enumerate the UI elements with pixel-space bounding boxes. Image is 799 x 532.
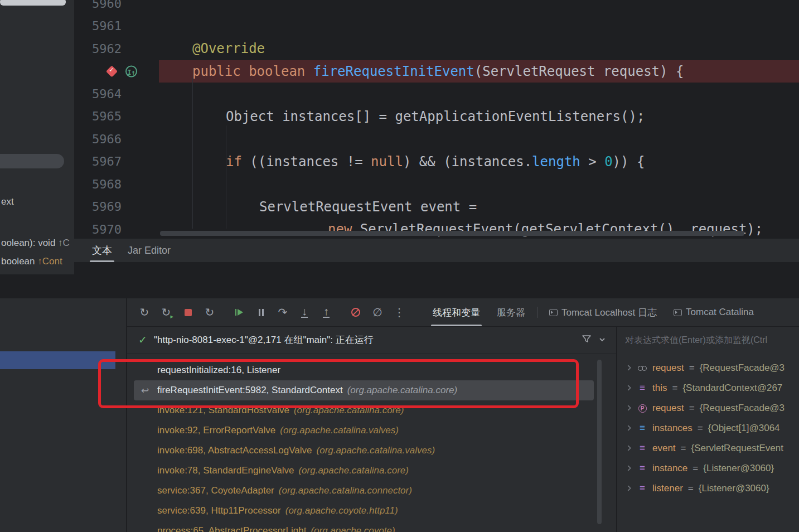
variable-event[interactable]: ≡event={ServletRequestEvent [617,438,799,458]
implements-marker-icon[interactable]: I↑ [125,65,137,77]
line-number[interactable]: 5965 [74,109,159,123]
stack-frame[interactable]: requestInitialized:16, Listener [134,360,594,380]
line-number[interactable]: 5970 [74,223,159,236]
code-line-5969[interactable]: 5969ServletRequestEvent event = [74,196,799,219]
restart-button[interactable]: ↻ [201,304,218,321]
frame-package: (org.apache.catalina.core) [347,385,458,396]
frames-panel: requestInitialized:16, Listener↩fireRequ… [127,353,616,532]
variable-name: event [652,443,676,454]
debug-tab-label: 线程和变量 [433,306,480,319]
code-line-5960[interactable]: 5960 [74,0,799,15]
ide-window: 596059615962@Override✓I↑public boolean f… [0,0,799,532]
stack-frame[interactable]: invoke:121, StandardHostValve(org.apache… [134,400,594,420]
code-text: @Override [159,37,799,60]
stack-frame[interactable]: invoke:78, StandardEngineValve(org.apach… [134,461,594,481]
stack-frame[interactable]: invoke:698, AbstractAccessLogValve(org.a… [134,441,594,461]
debug-tab-label: Tomcat Catalina [686,307,754,318]
mute-breakpoints-button[interactable] [347,304,364,321]
variable-icon: ≡ [637,483,647,494]
line-number[interactable]: 5967 [74,154,159,168]
equals-sign: = [698,423,703,434]
code-line-5968[interactable]: 5968 [74,173,799,196]
expand-chevron-icon[interactable] [626,483,632,494]
expand-chevron-icon[interactable] [626,443,632,454]
stack-frame[interactable]: service:367, CoyoteAdapter(org.apache.ca… [134,481,594,501]
step-over-button[interactable]: ↷ [274,304,291,321]
structure-item[interactable]: ext [1,196,14,207]
debug-tab-1[interactable]: 线程和变量 [424,298,488,326]
structure-item[interactable]: oolean): void ↑C [1,238,70,249]
expand-chevron-icon[interactable] [626,423,632,434]
variable-listener[interactable]: ≡listener={Listener@3060} [617,478,799,499]
step-into-button[interactable]: ↓ [296,304,313,321]
expand-chevron-icon[interactable] [626,383,632,394]
editor-tab-bar: 文本 Jar Editor [74,239,799,262]
line-number[interactable]: 5960 [74,0,159,11]
debug-tab-2[interactable]: 服务器 [488,298,534,326]
debug-tab-4[interactable]: Tomcat Catalina [665,298,762,326]
rerun-debug-button[interactable]: ↻▸ [158,304,175,321]
variable-value: {Listener@3060} [703,463,774,474]
thread-status-row[interactable]: ✓ "http-nio-8081-exec-1"@2,171 在组"main":… [127,326,616,353]
breakpoint-icon[interactable]: ✓ [106,65,118,77]
expand-chevron-icon[interactable] [626,463,632,474]
line-number[interactable]: 5961 [74,19,159,33]
chevron-down-icon[interactable] [598,335,606,345]
code-line-5966[interactable]: 5966 [74,128,799,151]
line-number[interactable]: 5968 [74,177,159,191]
tab-jar-editor[interactable]: Jar Editor [120,239,178,262]
stack-frame[interactable]: process:65, AbstractProcessorLight(org.a… [134,521,594,532]
debug-tab-3[interactable]: Tomcat Localhost 日志 [541,298,665,326]
console-icon [549,309,558,316]
left-panel-scrollbar[interactable] [0,0,66,6]
code-line-5961[interactable]: 5961 [74,15,799,38]
frame-location: invoke:78, StandardEngineValve [157,465,294,476]
stack-frame[interactable]: service:639, Http11Processor(org.apache.… [134,501,594,521]
variable-this[interactable]: ≡this={StandardContext@267 [617,378,799,398]
evaluate-expression-hint[interactable]: 对表达式求值(Enter)或添加监视(Ctrl [625,335,799,346]
line-number[interactable]: 5962 [74,42,159,56]
code-text [159,0,799,15]
code-line-5964[interactable]: 5964 [74,83,799,105]
ignore-breakpoints-button[interactable]: ∅ [369,304,386,321]
code-line-5962[interactable]: 5962@Override [74,37,799,60]
variable-request[interactable]: Prequest={RequestFacade@3 [617,398,799,418]
variable-request[interactable]: request={RequestFacade@3 [617,358,799,378]
expand-chevron-icon[interactable] [626,362,632,374]
more-options-button[interactable]: ⋮ [391,304,408,321]
tab-jar-editor-label: Jar Editor [128,245,171,257]
code-line-5967[interactable]: 5967if ((instances != null) && (instance… [74,151,799,173]
code-text [159,15,799,38]
debug-session-selected[interactable] [0,351,115,369]
editor-horizontal-scrollbar[interactable] [160,231,744,236]
return-arrow-icon: ↩ [141,385,149,396]
structure-item[interactable]: boolean ↑Cont [1,256,62,267]
resume-button[interactable] [231,304,248,321]
variable-instance[interactable]: ≡instance={Listener@3060} [617,458,799,478]
tab-text[interactable]: 文本 [84,239,120,262]
rerun-button[interactable]: ↻ [136,304,153,321]
array-variable-icon: ≡ [637,423,647,434]
debug-tab-label: Tomcat Localhost 日志 [561,306,657,319]
variable-value: {RequestFacade@3 [700,403,785,414]
step-out-button[interactable]: ↑ [318,304,335,321]
code-line-5965[interactable]: 5965Object instances[] = getApplicationE… [74,105,799,128]
stack-frame[interactable]: ↩fireRequestInitEvent:5982, StandardCont… [134,380,594,400]
equals-sign: = [681,443,686,454]
left-panel-selected-row[interactable] [0,154,64,168]
line-number[interactable]: 5964 [74,87,159,101]
frame-package: (org.apache.catalina.valves) [317,445,435,456]
frame-location: invoke:698, AbstractAccessLogValve [157,445,312,456]
stack-frame[interactable]: invoke:92, ErrorReportValve(org.apache.c… [134,420,594,441]
code-editor[interactable]: 596059615962@Override✓I↑public boolean f… [74,0,799,239]
frame-package: (org.apache.catalina.connector) [279,485,412,496]
expand-chevron-icon[interactable] [626,403,632,414]
filter-icon[interactable] [582,335,592,346]
frames-scrollbar[interactable] [597,360,602,524]
pause-button[interactable] [253,304,269,321]
code-line-5963[interactable]: ✓I↑public boolean fireRequestInitEvent(S… [74,60,799,83]
stop-button[interactable] [180,304,196,321]
line-number[interactable]: 5969 [74,200,159,214]
variable-instances[interactable]: ≡instances={Object[1]@3064 [617,418,799,438]
line-number[interactable]: 5966 [74,132,159,146]
